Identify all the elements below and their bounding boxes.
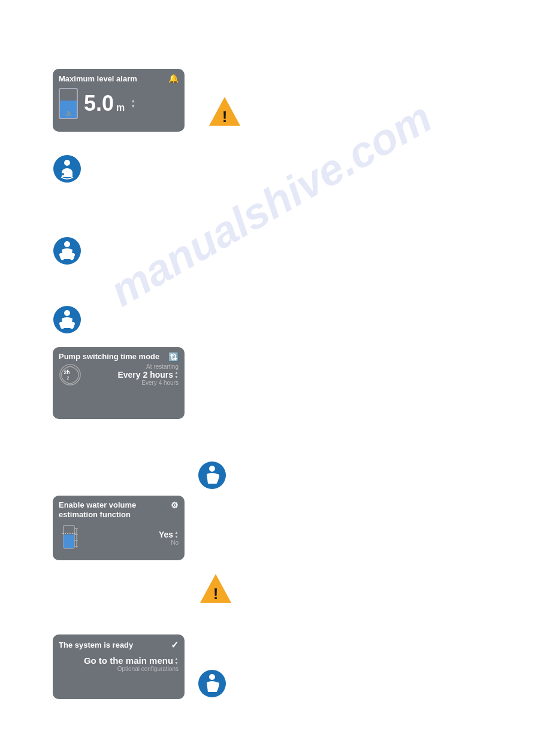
level-number: 5.0 [84, 91, 114, 116]
tank-icon [59, 88, 78, 119]
person-icon-1 [53, 154, 81, 183]
level-value: 5.0 m [84, 91, 125, 116]
pump-card-header: Pump switching time mode 🔃 [53, 347, 185, 363]
level-arrows[interactable]: ▲ ▼ [131, 98, 135, 109]
ready-card-title: The system is ready [59, 640, 133, 649]
water-level-icon [59, 523, 89, 552]
pump-card-body: 1 2 2h At restarting Every 2 hours ▲▼ Ev… [53, 363, 185, 388]
gear-icon: ⚙ [171, 500, 179, 511]
water-arrows[interactable]: ▲▼ [174, 530, 179, 539]
card-body: 5.0 m ▲ ▼ [53, 86, 185, 122]
max-alarm-card: Maximum level alarm 🔔 5.0 m ▲ ▼ [53, 69, 185, 132]
svg-rect-24 [64, 535, 74, 548]
card-header: Maximum level alarm 🔔 [53, 69, 185, 86]
svg-text:!: ! [213, 585, 219, 603]
pump-icon: 🔃 [168, 352, 179, 362]
svg-point-8 [64, 241, 70, 247]
pump-switching-card: Pump switching time mode 🔃 1 2 2h At res… [53, 347, 185, 419]
water-selected-option: Yes ▲▼ [95, 530, 179, 539]
svg-point-34 [209, 674, 215, 680]
warning-icon-2: ! [198, 572, 234, 605]
water-options: Yes ▲▼ No [95, 530, 179, 546]
ready-card-body: Go to the main menu ▲▼ Optional configur… [53, 653, 185, 675]
pump-selected-option: Every 2 hours ▲▼ [86, 370, 179, 379]
pump-arrows[interactable]: ▲▼ [174, 371, 179, 379]
pump-cycle-icon: 1 2 2h [59, 363, 81, 386]
svg-point-20 [209, 466, 215, 472]
pump-below-option: Every 4 hours [86, 379, 179, 386]
pump-card-title: Pump switching time mode [59, 352, 159, 362]
card-title: Maximum level alarm [59, 74, 137, 83]
water-card-header: Enable water volume estimation function … [53, 496, 185, 520]
svg-point-15 [60, 365, 80, 385]
water-card-body: Yes ▲▼ No [53, 520, 185, 555]
water-below-option: No [95, 539, 179, 546]
warning-icon-1: ! [207, 95, 243, 127]
svg-text:2h: 2h [64, 369, 70, 375]
water-card-title: Enable water volume estimation function [59, 500, 171, 519]
person-icon-4 [198, 461, 226, 490]
level-unit: m [116, 102, 125, 113]
ready-card-header: The system is ready ✓ [53, 634, 185, 653]
svg-point-3 [64, 160, 70, 166]
person-icon-2 [53, 236, 81, 265]
ready-arrows[interactable]: ▲▼ [174, 657, 179, 665]
svg-point-12 [64, 310, 70, 316]
bell-icon: 🔔 [168, 74, 179, 83]
person-icon-3 [53, 305, 81, 334]
system-ready-card: The system is ready ✓ Go to the main men… [53, 634, 185, 699]
person-icon-5 [198, 669, 226, 698]
ready-main-option[interactable]: Go to the main menu ▲▼ [59, 655, 179, 666]
ready-sub-option: Optional configurations [59, 666, 179, 672]
water-volume-card: Enable water volume estimation function … [53, 496, 185, 560]
svg-text:!: ! [222, 108, 228, 126]
pump-options: At restarting Every 2 hours ▲▼ Every 4 h… [86, 363, 179, 386]
svg-point-6 [62, 173, 64, 175]
check-icon: ✓ [171, 639, 179, 651]
svg-text:2: 2 [67, 375, 69, 380]
pump-above-option: At restarting [86, 363, 179, 370]
